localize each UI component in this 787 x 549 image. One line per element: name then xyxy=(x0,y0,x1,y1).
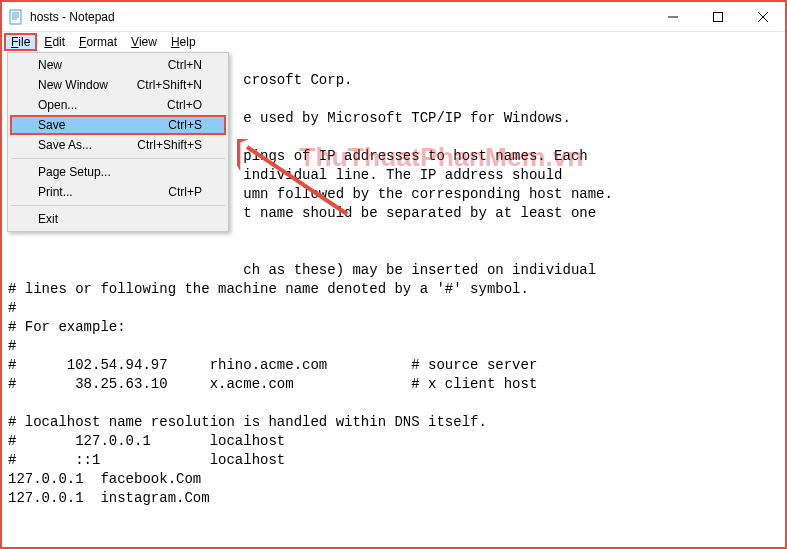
menu-save-as[interactable]: Save As... Ctrl+Shift+S xyxy=(10,135,226,155)
menubar: File Edit Format View Help xyxy=(2,32,785,52)
menu-new-window[interactable]: New Window Ctrl+Shift+N xyxy=(10,75,226,95)
menu-open-label: Open... xyxy=(38,98,77,112)
menu-newwin-label: New Window xyxy=(38,78,108,92)
menu-separator xyxy=(11,205,225,206)
close-button[interactable] xyxy=(740,2,785,31)
menu-open-accel: Ctrl+O xyxy=(167,98,202,112)
file-dropdown: New Ctrl+N New Window Ctrl+Shift+N Open.… xyxy=(7,52,229,232)
menu-newwin-accel: Ctrl+Shift+N xyxy=(137,78,202,92)
menu-exit-label: Exit xyxy=(38,212,58,226)
menu-new-accel: Ctrl+N xyxy=(168,58,202,72)
menu-format[interactable]: Format xyxy=(72,33,124,51)
menu-help[interactable]: Help xyxy=(164,33,203,51)
menu-open[interactable]: Open... Ctrl+O xyxy=(10,95,226,115)
menu-edit[interactable]: Edit xyxy=(37,33,72,51)
menu-file[interactable]: File xyxy=(4,33,37,51)
menu-save-label: Save xyxy=(38,118,65,132)
menu-page-setup[interactable]: Page Setup... xyxy=(10,162,226,182)
menu-separator xyxy=(11,158,225,159)
menu-print[interactable]: Print... Ctrl+P xyxy=(10,182,226,202)
menu-exit[interactable]: Exit xyxy=(10,209,226,229)
menu-print-accel: Ctrl+P xyxy=(168,185,202,199)
titlebar: hosts - Notepad xyxy=(2,2,785,32)
notepad-icon xyxy=(8,9,24,25)
menu-pagesetup-label: Page Setup... xyxy=(38,165,111,179)
menu-new-label: New xyxy=(38,58,62,72)
menu-print-label: Print... xyxy=(38,185,73,199)
menu-saveas-accel: Ctrl+Shift+S xyxy=(137,138,202,152)
menu-save[interactable]: Save Ctrl+S xyxy=(10,115,226,135)
menu-view[interactable]: View xyxy=(124,33,164,51)
svg-rect-6 xyxy=(713,12,722,21)
minimize-button[interactable] xyxy=(650,2,695,31)
window-controls xyxy=(650,2,785,31)
menu-saveas-label: Save As... xyxy=(38,138,92,152)
menu-new[interactable]: New Ctrl+N xyxy=(10,55,226,75)
maximize-button[interactable] xyxy=(695,2,740,31)
menu-save-accel: Ctrl+S xyxy=(168,118,202,132)
window-title: hosts - Notepad xyxy=(30,10,650,24)
